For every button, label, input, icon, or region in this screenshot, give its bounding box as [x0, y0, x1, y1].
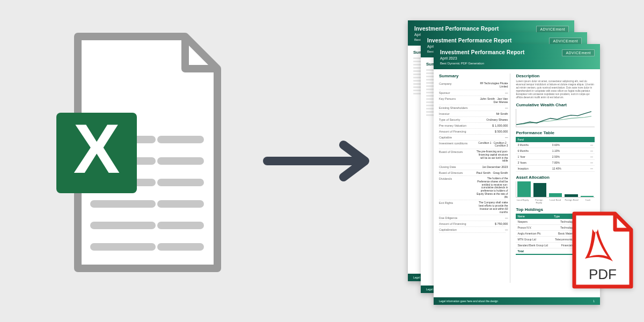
summary-key: Due Diligence [439, 216, 472, 219]
table-row: 3 Years7.80%— [516, 159, 595, 165]
alloc-bar [565, 194, 577, 197]
brand-logo: ADVICEment [562, 49, 595, 56]
alloc-label: Local Bond [548, 199, 562, 204]
report-subtitle: April 2023 [440, 56, 594, 60]
summary-row: Closing Date1st December 2023 [439, 164, 506, 170]
summary-key: Existing Shareholders [439, 106, 472, 109]
summary-row: Amount of Financing$ 500,000 [439, 129, 506, 135]
perf-th [551, 137, 581, 142]
summary-row: Board of DirectorsThe pre-financing and … [439, 149, 506, 164]
summary-value: The pre-financing and post-financing cap… [474, 150, 508, 163]
footer-left: Legal information goes here and about th… [439, 299, 498, 303]
summary-value: $ 750,000 [474, 222, 508, 225]
summary-key: Investment conditions [439, 142, 472, 148]
summary-row: Investment conditionsCondition 1 · Condi… [439, 141, 506, 150]
summary-key: Company [439, 82, 472, 89]
summary-key: Pre-money Valuation [439, 124, 472, 127]
summary-key: Amount of Financing [439, 130, 472, 133]
summary-heading: Summary [439, 74, 506, 78]
summary-value: — [474, 106, 508, 109]
table-row: 1 Year2.50%— [516, 153, 595, 159]
performance-table: Fund3 Months0.60%—6 Months1.10%—1 Year2.… [516, 137, 595, 172]
summary-row: DividendsThe holders of the Preference s… [439, 176, 506, 200]
performance-table-block: Performance Table Fund3 Months0.60%—6 Mo… [516, 130, 595, 172]
summary-row: InvestorMr Smith [439, 111, 506, 117]
table-row: Inception12.40%— [516, 165, 595, 171]
description-heading: Description [516, 74, 595, 78]
summary-key: Dividends [439, 177, 472, 199]
summary-key: Investor [439, 112, 472, 115]
alloc-bar [549, 193, 562, 197]
table-row: 6 Months1.10%— [516, 148, 595, 153]
alloc-label: Local Equity [516, 199, 529, 204]
pdf-file-icon: PDF [567, 210, 636, 291]
report-tagline: Best Dynamic PDF Generation [440, 62, 594, 65]
cumulative-wealth-chart: Cumulative Wealth Chart [516, 103, 595, 127]
summary-key: Board of Directors [439, 171, 472, 174]
summary-row: Board of DirectorsPaul Smith · Greg Smit… [439, 170, 506, 176]
summary-value: — [474, 228, 508, 231]
excel-file-icon: X [56, 32, 228, 279]
summary-value: $ 1,000,000 [474, 124, 508, 127]
alloc-label: Foreign Bond [565, 199, 578, 204]
summary-row: Type of SecurityOrdinary Shares [439, 117, 506, 123]
summary-row: Capitalize— [439, 135, 506, 141]
asset-allocation-block: Asset Allocation Local EquityForeign Equ… [516, 175, 595, 204]
perf-th: Fund [516, 137, 550, 142]
summary-value: The Company shall make best efforts to p… [474, 201, 508, 214]
pdf-report-stack: Investment Performance Report April 2023… [408, 20, 633, 310]
summary-row: Existing Shareholders— [439, 105, 506, 111]
perf-table-heading: Performance Table [516, 130, 595, 135]
table-row: 3 Months0.60%— [516, 142, 595, 148]
summary-value: Ordinary Shares [474, 118, 508, 121]
description-block: Description Lorem ipsum dolor sit amet, … [516, 74, 595, 99]
cum-wealth-heading: Cumulative Wealth Chart [516, 103, 595, 107]
summary-row: Capitalization— [439, 227, 506, 233]
summary-row: Pre-money Valuation$ 1,000,000 [439, 123, 506, 129]
summary-key: Capitalization [439, 228, 472, 231]
excel-letter: X [74, 109, 120, 188]
alloc-bar [517, 181, 530, 197]
summary-row: Due Diligence— [439, 215, 506, 221]
summary-value: Condition 1 · Condition 2 · Condition 3 [474, 142, 508, 148]
summary-key: Capitalize [439, 136, 472, 139]
summary-key: Closing Date [439, 165, 472, 169]
summary-value: $ 500,000 [474, 130, 508, 133]
holdings-th: Name [516, 214, 552, 219]
summary-value: John Smith · Jan Van Der Merwe [474, 97, 508, 104]
right-arrow-icon [263, 140, 376, 182]
summary-value: — [474, 91, 508, 94]
alloc-bar [581, 196, 594, 197]
summary-value: Paul Smith · Greg Smith [474, 171, 508, 174]
summary-panel: Summary CompanyRF Technologies Private L… [439, 74, 510, 283]
summary-key: Amount of Financing [439, 222, 472, 225]
summary-value: Mr Smith [474, 112, 508, 115]
summary-value: 1st December 2023 [474, 165, 508, 169]
summary-row: CompanyRF Technologies Private Limited [439, 81, 506, 90]
summary-value: — [474, 136, 508, 139]
summary-key: Board of Directors [439, 150, 472, 163]
summary-value: — [474, 216, 508, 219]
summary-row: Key PersonsJohn Smith · Jan Van Der Merw… [439, 96, 506, 105]
footer-page: 1 [593, 299, 595, 303]
asset-alloc-heading: Asset Allocation [516, 175, 595, 180]
description-text: Lorem ipsum dolor sit amet, consectetur … [516, 80, 595, 99]
summary-key: Key Persons [439, 97, 472, 104]
alloc-label: Foreign Equity [532, 199, 546, 204]
summary-value: The holders of the Preference shares sha… [474, 177, 508, 199]
summary-key: Sponsor [439, 91, 472, 94]
summary-row: Exit RightsThe Company shall make best e… [439, 200, 506, 215]
summary-key: Type of Security [439, 118, 472, 121]
summary-row: Sponsor— [439, 90, 506, 96]
summary-value: RF Technologies Private Limited [474, 82, 508, 89]
alloc-label: Cash [581, 199, 595, 204]
summary-key: Exit Rights [439, 201, 472, 214]
pdf-label: PDF [589, 266, 617, 282]
alloc-bar [533, 183, 546, 197]
summary-row: Amount of Financing$ 750,000 [439, 221, 506, 227]
perf-th [580, 137, 595, 142]
